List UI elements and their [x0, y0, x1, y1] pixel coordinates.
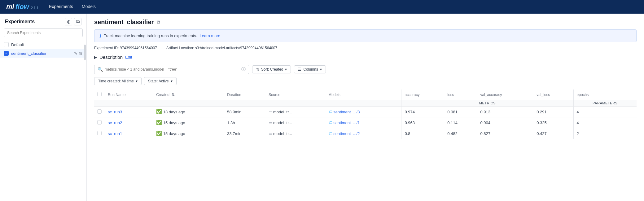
info-icon: ℹ [99, 33, 101, 39]
row-duration-1: 1.3h [224, 117, 265, 128]
source-icon-2: ▭ [269, 131, 272, 136]
model-icon-2: 🏷 [328, 131, 332, 136]
model-link-2[interactable]: 🏷 sentiment_.../2 [328, 131, 398, 136]
row-accuracy-2: 0.8 [401, 128, 444, 139]
search-experiments-input[interactable] [4, 28, 83, 37]
run-name-link-1[interactable]: sc_run2 [108, 120, 122, 125]
row-checkbox-cell-2 [94, 128, 105, 139]
logo-version: 2.1.1 [31, 6, 38, 10]
nav-experiments[interactable]: Experiments [48, 0, 74, 13]
edit-experiment-classifier[interactable]: ✎ [74, 51, 77, 56]
artifact-location-label: Artifact Location: s3://trained-model-ar… [166, 46, 277, 50]
row-val-accuracy-0: 0.913 [477, 107, 533, 117]
row-val-loss-0: 0.291 [533, 107, 573, 117]
app-header: mlflow 2.1.1 Experiments Models [0, 0, 644, 14]
learn-more-link[interactable]: Learn more [200, 33, 220, 38]
columns-label: Columns [303, 67, 318, 72]
delete-experiment-default[interactable]: 🗑 [79, 42, 83, 47]
columns-chevron-icon: ▾ [320, 67, 322, 72]
experiment-name-default: Default [11, 42, 72, 47]
experiment-item-classifier[interactable]: ✓ sentiment_classifier ✎ 🗑 [0, 49, 86, 58]
row-checkbox-1[interactable] [97, 120, 102, 125]
run-name-link-2[interactable]: sc_run1 [108, 131, 122, 136]
search-filter-icon: 🔍 [98, 67, 103, 72]
main-nav: Experiments Models [48, 0, 97, 13]
add-experiment-button[interactable]: ⊕ [65, 18, 72, 25]
search-box [4, 28, 83, 37]
logo: mlflow 2.1.1 [6, 3, 38, 11]
row-source-2: ▭model_tr... [265, 128, 325, 139]
sidebar-icons: ⊕ ⧉ [65, 18, 81, 25]
edit-experiment-default[interactable]: ✎ [74, 42, 77, 47]
experiment-checkbox-default[interactable] [4, 42, 9, 47]
row-loss-1: 0.114 [444, 117, 477, 128]
col-duration: Duration [224, 90, 265, 100]
runs-table: Run Name Created ⇅ Duration Source Model… [94, 90, 637, 139]
delete-experiment-classifier[interactable]: 🗑 [79, 51, 83, 56]
model-link-0[interactable]: 🏷 sentiment_.../3 [328, 110, 398, 114]
experiment-title: sentiment_classifier [94, 19, 154, 26]
dropdown-bar: Time created: All time ▾ State: Active ▾ [94, 77, 637, 85]
sort-button[interactable]: ⇅ Sort: Created ▾ [252, 65, 291, 73]
row-accuracy-0: 0.974 [401, 107, 444, 117]
row-accuracy-1: 0.963 [401, 117, 444, 128]
columns-button[interactable]: ☰ Columns ▾ [294, 65, 326, 73]
sort-created-icon[interactable]: ⇅ [172, 93, 175, 97]
sidebar-header: Experiments ⊕ ⧉ [0, 14, 86, 28]
collapse-sidebar-button[interactable]: ⧉ [74, 18, 81, 25]
empty-group-header [94, 100, 325, 107]
state-filter-chevron: ▾ [171, 79, 173, 83]
row-checkbox-0[interactable] [97, 109, 102, 114]
run-status-icon-0: ✅ [156, 109, 162, 114]
description-chevron[interactable]: ▶ [94, 55, 97, 59]
experiment-checkbox-classifier[interactable]: ✓ [4, 51, 9, 56]
params-group-header: Parameters [573, 100, 637, 107]
sidebar: Experiments ⊕ ⧉ Default ✎ 🗑 ✓ sentim [0, 14, 87, 201]
experiment-name-classifier: sentiment_classifier [11, 51, 72, 56]
run-name-link-0[interactable]: sc_run3 [108, 110, 122, 114]
experiment-item-default[interactable]: Default ✎ 🗑 [0, 40, 86, 49]
col-accuracy: accuracy [401, 90, 444, 100]
row-checkbox-2[interactable] [97, 131, 102, 135]
row-run-name-1: sc_run2 [105, 117, 153, 128]
row-val-accuracy-1: 0.904 [477, 117, 533, 128]
sort-icon: ⇅ [256, 67, 259, 72]
row-checkbox-cell-0 [94, 107, 105, 117]
row-created-2: ✅ 15 days ago [153, 128, 224, 139]
metadata-row: Experiment ID: 974399944961564007 Artifa… [94, 46, 637, 50]
model-link-1[interactable]: 🏷 sentiment_.../1 [328, 120, 398, 125]
source-icon-1: ▭ [269, 120, 272, 125]
search-info-icon[interactable]: ⓘ [241, 67, 246, 72]
table-select-all-header [94, 90, 105, 100]
row-loss-0: 0.081 [444, 107, 477, 117]
run-status-icon-2: ✅ [156, 131, 162, 136]
row-checkbox-cell-1 [94, 117, 105, 128]
time-filter-label: Time created: All time [98, 79, 134, 83]
main-content: sentiment_classifier ⧉ ℹ Track machine l… [87, 14, 644, 201]
row-val-loss-2: 0.427 [533, 128, 573, 139]
description-section: ▶ Description Edit [94, 55, 637, 60]
row-val-accuracy-2: 0.827 [477, 128, 533, 139]
row-duration-0: 58.9min [224, 107, 265, 117]
row-created-0: ✅ 13 days ago [153, 107, 224, 117]
table-row: sc_run2 ✅ 15 days ago 1.3h ▭model_tr... … [94, 117, 637, 128]
nav-models[interactable]: Models [81, 0, 97, 13]
copy-experiment-id-button[interactable]: ⧉ [157, 20, 160, 25]
sort-label: Sort: Created [261, 67, 283, 72]
empty-models-header [325, 100, 401, 107]
edit-description-link[interactable]: Edit [125, 55, 132, 59]
col-val-accuracy: val_accuracy [477, 90, 533, 100]
time-filter-button[interactable]: Time created: All time ▾ [94, 77, 142, 85]
sort-chevron-icon: ▾ [285, 67, 287, 72]
row-duration-2: 33.7min [224, 128, 265, 139]
row-created-1: ✅ 15 days ago [153, 117, 224, 128]
row-epochs-0: 4 [573, 107, 637, 117]
table-row: sc_run3 ✅ 13 days ago 58.9min ▭model_tr.… [94, 107, 637, 117]
logo-ml: ml [6, 3, 14, 11]
state-filter-button[interactable]: State: Active ▾ [144, 77, 177, 85]
logo-flow: flow [15, 3, 29, 11]
source-icon-0: ▭ [269, 110, 272, 114]
select-all-checkbox[interactable] [97, 92, 102, 96]
run-status-icon-1: ✅ [156, 120, 162, 125]
runs-search-input[interactable] [105, 67, 239, 72]
